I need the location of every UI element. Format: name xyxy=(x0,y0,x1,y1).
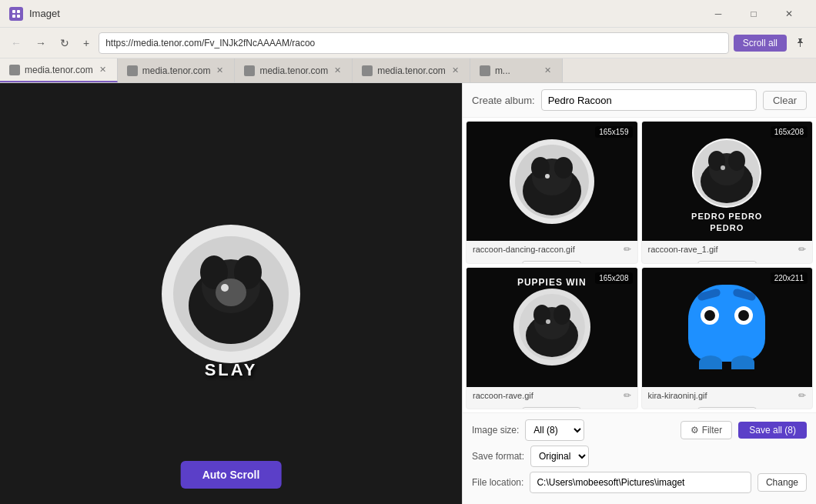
pedro-text: PEDRO PEDROPEDRO xyxy=(691,211,762,233)
images-grid: 165x159 raccoon-dancing-raccon.gif ✏ Sav… xyxy=(463,118,816,412)
window-controls: ─ □ ✕ xyxy=(701,3,807,25)
slay-text: SLAY xyxy=(205,360,258,380)
clear-button[interactable]: Clear xyxy=(763,91,807,110)
tab-close-0[interactable]: ✕ xyxy=(98,63,108,76)
image-card-1: PEDRO PEDROPEDRO 165x208 raccoon-rave_1.… xyxy=(641,121,814,264)
svg-point-9 xyxy=(216,279,246,306)
close-button[interactable]: ✕ xyxy=(771,3,807,25)
save-button-3[interactable]: Save xyxy=(697,407,757,410)
save-row-3: Save xyxy=(642,404,813,410)
edit-icon-2[interactable]: ✏ xyxy=(624,390,631,401)
tab-1[interactable]: media.tenor.com ✕ xyxy=(118,58,236,82)
new-tab-button[interactable]: + xyxy=(79,34,94,52)
save-button-0[interactable]: Save xyxy=(522,261,581,264)
forward-button[interactable]: → xyxy=(31,34,51,52)
image-thumb-1: PEDRO PEDROPEDRO 165x208 xyxy=(642,122,813,241)
filter-icon: ⚙ xyxy=(691,425,699,436)
tab-label-3: media.tenor.com xyxy=(377,65,446,76)
save-button-2[interactable]: Save xyxy=(522,407,581,410)
change-button[interactable]: Change xyxy=(757,473,807,492)
image-filename-0: raccoon-dancing-raccon.gif xyxy=(473,245,620,254)
svg-point-16 xyxy=(545,174,550,179)
image-thumb-2: PUPPIES WIN 165x208 xyxy=(467,268,637,387)
scroll-all-button[interactable]: Scroll all xyxy=(734,35,787,52)
tab-2[interactable]: media.tenor.com ✕ xyxy=(235,58,353,82)
image-size-select[interactable]: All (8) Small Medium Large xyxy=(525,419,584,441)
image-card-3: 220x211 kira-kiraoninj.gif ✏ Save xyxy=(641,267,814,410)
minimize-button[interactable]: ─ xyxy=(701,3,736,25)
tab-favicon-0 xyxy=(9,65,20,75)
image-card-0: 165x159 raccoon-dancing-raccon.gif ✏ Sav… xyxy=(466,121,638,264)
maximize-button[interactable]: □ xyxy=(736,3,771,25)
tab-favicon-1 xyxy=(127,65,138,76)
right-panel: Create album: Clear xyxy=(462,83,816,504)
puppies-text: PUPPIES WIN xyxy=(517,277,587,288)
save-all-button[interactable]: Save all (8) xyxy=(738,422,807,439)
tab-favicon-4 xyxy=(480,65,490,76)
svg-rect-1 xyxy=(17,10,20,13)
gif-preview-0 xyxy=(467,122,637,241)
refresh-button[interactable]: ↻ xyxy=(55,34,74,52)
url-bar[interactable] xyxy=(99,32,728,54)
image-size-row: Image size: All (8) Small Medium Large ⚙… xyxy=(472,419,807,441)
nav-bar: ← → ↻ + Scroll all 🖈 xyxy=(0,28,816,58)
svg-point-28 xyxy=(546,319,550,324)
app-title: Imaget xyxy=(29,8,60,19)
image-filename-1: raccoon-rave_1.gif xyxy=(648,245,796,254)
save-format-label: Save format: xyxy=(472,451,524,462)
back-button[interactable]: ← xyxy=(6,34,26,52)
edit-icon-0[interactable]: ✏ xyxy=(624,244,631,255)
album-header: Create album: Clear xyxy=(463,83,816,118)
tab-favicon-2 xyxy=(244,65,255,76)
tab-3[interactable]: media.tenor.com ✕ xyxy=(353,58,470,82)
svg-rect-2 xyxy=(12,15,15,18)
album-input[interactable] xyxy=(541,89,757,111)
save-row-1: Save xyxy=(642,258,813,264)
file-location-row: File location: Change xyxy=(472,472,807,493)
image-filename-3: kira-kiraoninj.gif xyxy=(648,391,796,400)
file-location-input[interactable] xyxy=(530,472,751,493)
tab-close-1[interactable]: ✕ xyxy=(215,64,225,77)
edit-icon-1[interactable]: ✏ xyxy=(798,244,806,255)
pin-button[interactable]: 🖈 xyxy=(791,33,810,53)
title-bar-left: Imaget xyxy=(9,7,60,21)
svg-point-15 xyxy=(554,157,573,179)
image-size-badge-1: 165x208 xyxy=(771,126,808,138)
edit-icon-3[interactable]: ✏ xyxy=(798,390,806,401)
filter-button[interactable]: ⚙ Filter xyxy=(681,421,733,439)
svg-rect-0 xyxy=(12,10,15,13)
main-layout: SLAY Auto Scroll Create album: Clear xyxy=(0,83,816,504)
tab-label-2: media.tenor.com xyxy=(259,65,328,76)
tab-close-4[interactable]: ✕ xyxy=(543,64,553,77)
image-thumb-0: 165x159 xyxy=(467,122,637,241)
svg-point-22 xyxy=(721,165,725,170)
gif-preview-1: PEDRO PEDROPEDRO xyxy=(642,122,813,241)
svg-point-10 xyxy=(221,284,229,292)
image-card-info-1: raccoon-rave_1.gif ✏ xyxy=(642,241,813,258)
tabs-bar: media.tenor.com ✕ media.tenor.com ✕ medi… xyxy=(0,58,816,83)
format-row: Save format: Original PNG JPG GIF xyxy=(472,446,807,467)
gif-preview-2: PUPPIES WIN xyxy=(467,268,637,387)
tab-4[interactable]: m... ✕ xyxy=(470,58,563,82)
svg-point-27 xyxy=(553,305,570,325)
browser-view: SLAY Auto Scroll xyxy=(0,83,462,504)
tab-label-0: media.tenor.com xyxy=(25,65,93,75)
title-bar: Imaget ─ □ ✕ xyxy=(0,0,816,28)
image-card-info-3: kira-kiraoninj.gif ✏ xyxy=(642,387,813,404)
tab-0[interactable]: media.tenor.com ✕ xyxy=(0,58,118,82)
bottom-controls: Image size: All (8) Small Medium Large ⚙… xyxy=(463,412,816,504)
image-size-badge-3: 220x211 xyxy=(771,272,808,284)
app-icon xyxy=(9,7,23,21)
auto-scroll-button[interactable]: Auto Scroll xyxy=(181,461,282,489)
tab-close-3[interactable]: ✕ xyxy=(450,64,460,77)
image-filename-2: raccoon-rave.gif xyxy=(473,391,620,400)
file-location-label: File location: xyxy=(472,477,523,488)
format-select[interactable]: Original PNG JPG GIF xyxy=(530,446,589,467)
image-card-info-2: raccoon-rave.gif ✏ xyxy=(467,387,637,404)
tab-favicon-3 xyxy=(362,65,373,76)
tab-close-2[interactable]: ✕ xyxy=(333,64,343,77)
image-thumb-3: 220x211 xyxy=(642,268,813,387)
svg-point-21 xyxy=(728,151,745,171)
save-row-2: Save xyxy=(467,404,637,410)
save-button-1[interactable]: Save xyxy=(697,261,757,264)
